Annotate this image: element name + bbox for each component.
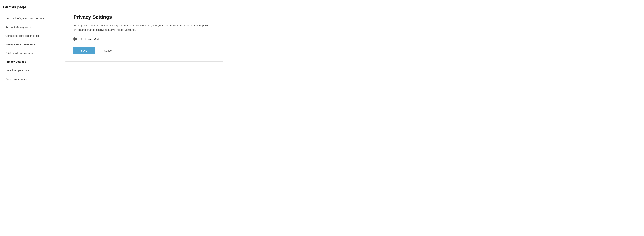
privacy-settings-card: Privacy Settings When private mode is on…: [65, 7, 224, 62]
save-button[interactable]: Save: [74, 47, 95, 54]
main-content: Privacy Settings When private mode is on…: [56, 0, 247, 236]
sidebar-item-privacy-settings[interactable]: Privacy Settings: [3, 58, 52, 66]
sidebar-item-delete-profile[interactable]: Delete your profile: [3, 75, 52, 83]
sidebar-item-qa-email[interactable]: Q&A email notifications: [3, 49, 52, 57]
toggle-thumb: [74, 38, 77, 41]
button-row: Save Cancel: [74, 47, 215, 54]
sidebar-item-connected-certification[interactable]: Connected certification profile: [3, 32, 52, 40]
sidebar-item-personal-info[interactable]: Personal info, username and URL: [3, 15, 52, 23]
sidebar-nav: Personal info, username and URLAccount M…: [3, 15, 52, 83]
sidebar-item-download-data[interactable]: Download your data: [3, 66, 52, 74]
section-title: Privacy Settings: [74, 14, 215, 20]
section-description: When private mode is on, your display na…: [74, 24, 211, 32]
toggle-track: [74, 37, 82, 41]
toggle-row: Private Mode: [74, 37, 215, 41]
cancel-button[interactable]: Cancel: [97, 47, 120, 54]
sidebar-title: On this page: [3, 5, 52, 10]
sidebar-item-manage-email[interactable]: Manage email preferences: [3, 41, 52, 48]
sidebar: On this page Personal info, username and…: [0, 0, 56, 236]
sidebar-item-account-management[interactable]: Account Management: [3, 23, 52, 31]
toggle-label: Private Mode: [85, 38, 100, 41]
private-mode-toggle[interactable]: [74, 37, 82, 41]
